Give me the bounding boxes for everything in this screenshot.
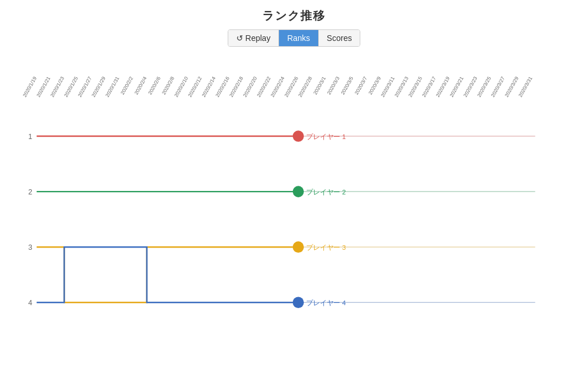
- svg-point-45: [293, 130, 304, 142]
- svg-text:2020/2/4: 2020/2/4: [133, 76, 148, 96]
- svg-text:2020/2/28: 2020/2/28: [297, 76, 313, 98]
- svg-text:2020/3/9: 2020/3/9: [367, 76, 382, 96]
- chart-area: 12342020/1/192020/1/212020/1/232020/1/25…: [0, 47, 588, 375]
- replay-button[interactable]: ↺ Replay: [228, 30, 280, 46]
- svg-text:2020/2/6: 2020/2/6: [147, 76, 161, 96]
- svg-text:プレイヤー 4: プレイヤー 4: [306, 299, 346, 306]
- ranks-button[interactable]: Ranks: [279, 30, 319, 46]
- scores-button[interactable]: Scores: [319, 30, 360, 46]
- rank-chart: 12342020/1/192020/1/212020/1/232020/1/25…: [17, 47, 582, 369]
- svg-point-51: [293, 297, 304, 308]
- svg-text:1: 1: [28, 133, 32, 141]
- svg-text:2020/3/7: 2020/3/7: [353, 76, 368, 96]
- svg-point-49: [293, 241, 304, 253]
- svg-text:2020/3/1: 2020/3/1: [312, 76, 327, 96]
- svg-text:2020/2/2: 2020/2/2: [119, 76, 134, 96]
- svg-text:2020/1/31: 2020/1/31: [104, 76, 120, 98]
- svg-text:プレイヤー 1: プレイヤー 1: [306, 133, 346, 140]
- svg-text:プレイヤー 2: プレイヤー 2: [306, 188, 346, 196]
- toolbar: ↺ Replay Ranks Scores: [228, 29, 361, 47]
- svg-text:2020/3/5: 2020/3/5: [340, 76, 354, 96]
- svg-text:4: 4: [28, 299, 32, 307]
- page-title: ランク推移: [262, 8, 326, 24]
- svg-point-47: [293, 186, 304, 197]
- replay-icon: ↺: [236, 33, 243, 43]
- svg-text:プレイヤー 3: プレイヤー 3: [306, 243, 346, 251]
- svg-text:2020/3/3: 2020/3/3: [326, 76, 340, 96]
- svg-text:2020/2/8: 2020/2/8: [161, 76, 175, 96]
- svg-text:2: 2: [28, 188, 32, 196]
- page: ランク推移 ↺ Replay Ranks Scores 12342020/1/1…: [0, 0, 588, 375]
- svg-text:2020/3/31: 2020/3/31: [517, 76, 533, 98]
- svg-text:3: 3: [28, 243, 32, 252]
